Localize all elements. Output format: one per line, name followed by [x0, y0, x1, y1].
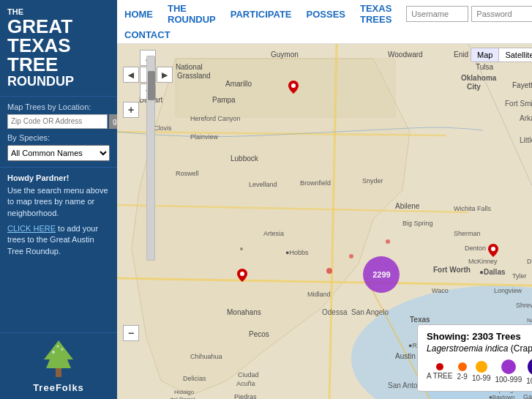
cluster-austin[interactable]: 2299 — [363, 256, 400, 293]
legend-color-single — [436, 363, 443, 370]
click-here-link[interactable]: CLICK HERE — [7, 224, 56, 233]
map-container[interactable]: Guymon Woodward Enid Tulsa Fayetteville … — [117, 44, 532, 399]
howdy-title: Howdy Pardner! — [7, 174, 110, 182]
legend-species-common: (Crapemyrtle) — [511, 343, 532, 354]
svg-text:Plainview: Plainview — [190, 133, 219, 141]
legend-dot-4: 100-999 — [495, 359, 522, 384]
logo-roundup: ROUNDUP — [7, 74, 110, 90]
zoom-in-btn[interactable]: + — [123, 102, 139, 118]
svg-text:●Hobbs: ●Hobbs — [285, 249, 309, 256]
legend-color-1000plus — [528, 358, 532, 376]
legend-showing: Showing: 2303 Trees — [427, 331, 532, 342]
logo-title: THE GREAT TEXAS TREE ROUNDUP — [7, 7, 110, 90]
nav-contact[interactable]: CONTACT — [124, 29, 171, 40]
legend-color-100-999 — [501, 359, 516, 374]
nav-roundup[interactable]: THE ROUNDUP — [168, 3, 216, 25]
map-type-map-btn[interactable]: Map — [471, 48, 499, 61]
nav-texas-trees[interactable]: TEXAS TREES — [360, 3, 391, 25]
legend-box: Showing: 2303 Trees Lagerstroemia indica… — [417, 324, 532, 392]
svg-text:Hereford Canyon: Hereford Canyon — [190, 115, 241, 122]
legend-color-2-9 — [458, 362, 467, 371]
svg-text:Lubbock: Lubbock — [231, 154, 259, 163]
svg-marker-0 — [44, 340, 73, 368]
svg-point-17 — [349, 254, 353, 258]
nav-participate[interactable]: PARTICIPATE — [231, 9, 292, 20]
svg-text:●Dallas: ●Dallas — [479, 268, 506, 276]
go-button[interactable]: go. — [109, 114, 117, 129]
zoom-out-btn[interactable]: − — [123, 325, 139, 341]
map-pin-2[interactable] — [237, 269, 247, 282]
svg-text:Fayetteville: Fayetteville — [512, 81, 532, 89]
howdy-section: Howdy Pardner! Use the search menu above… — [0, 168, 117, 333]
map-background: Guymon Woodward Enid Tulsa Fayetteville … — [117, 44, 532, 399]
svg-text:Fort Worth: Fort Worth — [433, 266, 471, 274]
svg-text:Denton: Denton — [465, 245, 486, 252]
svg-text:Tyler: Tyler — [512, 272, 527, 280]
legend-count: 2303 Trees — [472, 331, 521, 342]
svg-text:Monahans: Monahans — [227, 308, 261, 316]
svg-point-101 — [291, 83, 296, 88]
username-input[interactable] — [406, 6, 468, 22]
svg-point-19 — [240, 247, 243, 250]
svg-text:Sherman: Sherman — [454, 230, 481, 237]
svg-text:Odessa: Odessa — [322, 308, 348, 316]
svg-text:Woodward: Woodward — [388, 51, 423, 59]
pan-right-btn[interactable]: ▶ — [157, 67, 173, 83]
svg-text:Shreveport: Shreveport — [516, 302, 532, 309]
legend-dot-5: 1000+ — [526, 358, 532, 385]
svg-text:San Angelo: San Angelo — [351, 308, 389, 316]
svg-text:Pecos: Pecos — [249, 330, 269, 338]
svg-text:Texas: Texas — [410, 316, 430, 324]
map-pin-3[interactable] — [488, 244, 498, 257]
species-label: By Species: — [7, 133, 110, 142]
password-input[interactable] — [471, 6, 532, 22]
map-pin-1[interactable] — [288, 81, 299, 94]
map-zoom-thumb[interactable] — [148, 71, 155, 100]
top-nav: HOME THE ROUNDUP PARTICIPATE POSSES TEXA… — [117, 0, 532, 44]
svg-text:Snyder: Snyder — [362, 177, 383, 184]
svg-text:Wichita Falls: Wichita Falls — [454, 205, 492, 212]
svg-point-103 — [491, 247, 495, 251]
svg-text:City: City — [467, 83, 481, 91]
svg-text:Oklahoma: Oklahoma — [461, 74, 497, 82]
map-zoom-scrollbar[interactable] — [146, 56, 155, 261]
nav-row1: HOME THE ROUNDUP PARTICIPATE POSSES TEXA… — [117, 0, 532, 28]
svg-text:Big Spring: Big Spring — [402, 220, 433, 227]
svg-rect-1 — [56, 368, 61, 377]
main-content: HOME THE ROUNDUP PARTICIPATE POSSES TEXA… — [117, 0, 532, 399]
svg-text:Arkansas: Arkansas — [520, 114, 532, 122]
nav-row2: CONTACT — [117, 28, 532, 43]
svg-point-2 — [52, 351, 55, 354]
svg-text:Roswell: Roswell — [176, 170, 199, 177]
svg-text:Little: Little — [520, 136, 532, 144]
howdy-text1: Use the search menu above to map trees b… — [7, 185, 110, 219]
zip-input[interactable] — [7, 114, 108, 129]
legend-color-10-99 — [476, 361, 487, 373]
svg-text:●Baytown: ●Baytown — [489, 394, 515, 399]
svg-text:Chihuahua: Chihuahua — [190, 353, 222, 360]
legend-species: Lagerstroemia indica (Crapemyrtle) — [427, 343, 532, 354]
legend-dot-2: 2-9 — [457, 362, 467, 381]
species-select[interactable]: All Common Names Oak Pecan Cedar Elm Liv… — [7, 145, 110, 161]
legend-label-2-9: 2-9 — [457, 373, 467, 381]
treefolks-label: TreeFolks — [33, 382, 84, 393]
legend-label-1000plus: 1000+ — [526, 377, 532, 385]
treefolks-icon — [40, 339, 77, 379]
svg-point-102 — [240, 272, 244, 276]
svg-text:del Parral: del Parral — [170, 396, 195, 399]
svg-point-3 — [61, 348, 64, 351]
nav-home[interactable]: HOME — [124, 9, 153, 20]
zip-row: go. — [7, 114, 110, 129]
svg-text:Enid: Enid — [454, 51, 468, 59]
svg-point-18 — [386, 239, 390, 244]
legend-dot-1: A TREE — [427, 363, 452, 380]
svg-text:Pampa: Pampa — [212, 96, 236, 104]
svg-text:National: National — [176, 63, 203, 71]
legend-species-latin: Lagerstroemia indica — [427, 343, 508, 354]
nav-posses[interactable]: POSSES — [307, 9, 345, 20]
pan-left-btn[interactable]: ◀ — [123, 67, 139, 83]
map-type-satellite-btn[interactable]: Satellite — [499, 48, 532, 61]
location-label: Map Trees by Location: — [7, 102, 110, 111]
logo-great: GREAT — [7, 17, 110, 36]
svg-text:Longview: Longview — [494, 287, 522, 294]
